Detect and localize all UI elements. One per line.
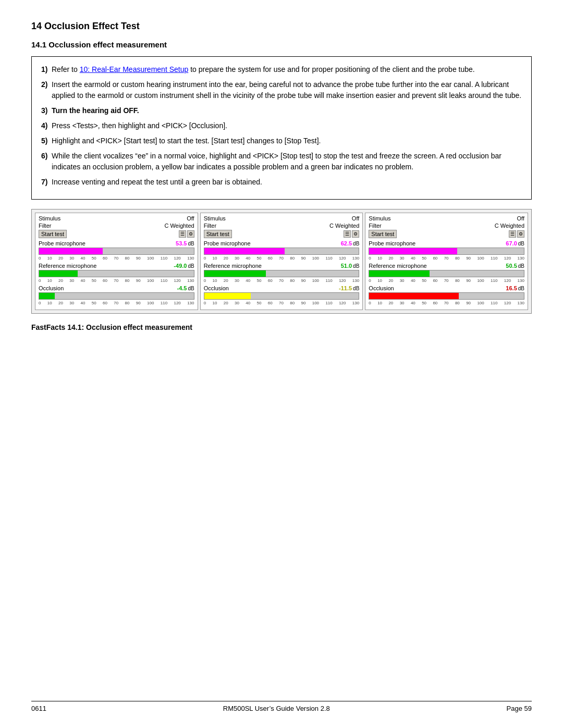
instruction-text-5: Highlight and <PICK> [Start test] to sta… (52, 137, 321, 145)
panel-1: Stimulus Off Filter C Weighted Start tes… (35, 213, 198, 310)
panel-1-occlusion-row: Occlusion -4.5dB (39, 285, 194, 291)
panel-2-occlusion-bar (204, 292, 360, 300)
panel-2-occlusion-label: Occlusion (204, 285, 229, 291)
panel-2-ref-value: 51.0 (341, 263, 352, 269)
instruction-text-7: Increase venting and repeat the test unt… (52, 178, 262, 186)
panel-2-occlusion-row: Occlusion -11.5dB (204, 285, 360, 291)
panel-1-ref-label: Reference microphone (39, 263, 96, 269)
instruction-num-3: 3) (41, 105, 47, 116)
panel-2-stimulus-value: Off (352, 215, 359, 221)
section-title: 14.1 Occlussion effect measurement (31, 40, 532, 49)
panel-2-probe-db: dB (353, 241, 359, 246)
footer-right: Page 59 (507, 705, 532, 712)
panel-1-occlusion-bar-fill (39, 293, 55, 299)
instruction-text-2: Insert the earmold or custom hearing ins… (52, 80, 521, 100)
instruction-link-1[interactable]: 10: Real-Ear Measurement Setup (80, 65, 189, 73)
panel-2-ref-label: Reference microphone (204, 263, 262, 269)
instruction-item-4: 4) Press <Tests>, then highlight and <PI… (41, 120, 522, 131)
panel-2-ref-bar (204, 270, 360, 277)
panel-3-occlusion-label: Occlusion (369, 285, 394, 291)
page-title: 14 Occlusion Effect Test (31, 21, 532, 32)
panel-3-start-test-row: Start test ☰ ⚙ (369, 230, 524, 238)
panel-3-ref-scale: 0102030405060708090100110120130 (369, 278, 524, 283)
panel-1-icon-group: ☰ ⚙ (179, 230, 194, 238)
panel-2-filter-label: Filter (204, 223, 216, 229)
footer-left: 0611 (31, 705, 46, 712)
panel-1-stimulus-label: Stimulus (39, 215, 60, 221)
panel-2-probe-bar-fill (204, 248, 285, 254)
panel-2-occlusion-db: dB (353, 286, 359, 291)
panel-1-filter-row: Filter C Weighted (39, 223, 194, 229)
instruction-text-4: Press <Tests>, then highlight and <PICK>… (52, 121, 227, 130)
panel-2-probe-label: Probe microphone (204, 240, 251, 246)
panel-1-stimulus-row: Stimulus Off (39, 215, 194, 221)
instructions-box: 1) Refer to 10: Real-Ear Measurement Set… (31, 56, 532, 200)
panel-1-ref-value: -49.0 (174, 263, 187, 269)
panel-2-probe-scale: 0102030405060708090100110120130 (204, 256, 360, 261)
panel-2-stimulus-row: Stimulus Off (204, 215, 360, 221)
panel-3-start-test-btn[interactable]: Start test (369, 230, 397, 238)
panel-3-probe-row: Probe microphone 67.0dB (369, 240, 524, 246)
panel-2-start-test-btn[interactable]: Start test (204, 230, 232, 238)
panel-2-probe-bar (204, 248, 360, 255)
panel-1-probe-scale: 0102030405060708090100110120130 (39, 256, 194, 261)
instruction-item-2: 2) Insert the earmold or custom hearing … (41, 79, 522, 101)
panel-2-occlusion-value: -11.5 (339, 285, 352, 291)
panel-3-occlusion-scale: 0102030405060708090100110120130 (369, 301, 524, 305)
panel-2-ref-db: dB (353, 263, 359, 269)
panel-1-settings-icon[interactable]: ⚙ (187, 230, 194, 238)
panel-3-filter-label: Filter (369, 223, 381, 229)
panel-3-ref-bar-fill (369, 270, 430, 277)
instruction-text-3: Turn the hearing aid OFF. (52, 106, 139, 115)
panel-2-stimulus-label: Stimulus (204, 215, 226, 221)
panel-3-probe-label: Probe microphone (369, 240, 415, 246)
panel-2-ref-row: Reference microphone 51.0dB (204, 263, 360, 269)
panel-2-occlusion-scale: 0102030405060708090100110120130 (204, 301, 360, 305)
instruction-text-6: While the client vocalizes “ee” in a nor… (52, 152, 501, 171)
panel-1-occlusion-scale: 0102030405060708090100110120130 (39, 301, 194, 305)
instruction-num-4: 4) (41, 120, 47, 131)
instruction-num-7: 7) (41, 177, 47, 188)
panel-3-settings-icon[interactable]: ⚙ (517, 230, 524, 238)
panel-1-probe-label: Probe microphone (39, 240, 85, 246)
footer: 0611 RM500SL User’s Guide Version 2.8 Pa… (31, 701, 532, 712)
panel-1-start-test-btn[interactable]: Start test (39, 230, 67, 238)
panel-1-stimulus-value: Off (187, 215, 194, 221)
panel-1-ref-bar-fill (39, 270, 78, 277)
instruction-item-5: 5) Highlight and <PICK> [Start test] to … (41, 135, 522, 146)
panel-3-ref-label: Reference microphone (369, 263, 426, 269)
panel-3-occlusion-row: Occlusion 16.5dB (369, 285, 524, 291)
panel-1-occlusion-db: dB (188, 286, 194, 291)
panel-1-menu-icon[interactable]: ☰ (179, 230, 186, 238)
panel-1-start-test-row: Start test ☰ ⚙ (39, 230, 194, 238)
panel-3-filter-row: Filter C Weighted (369, 223, 524, 229)
panel-2-settings-icon[interactable]: ⚙ (352, 230, 359, 238)
panel-3-probe-value: 67.0 (506, 240, 517, 246)
panel-2-start-test-row: Start test ☰ ⚙ (204, 230, 360, 238)
panel-2-probe-value: 62.5 (341, 240, 352, 246)
panel-3-stimulus-row: Stimulus Off (369, 215, 524, 221)
panel-2-filter-value: C Weighted (329, 223, 359, 229)
panel-3-probe-bar-fill (369, 248, 457, 254)
panel-2-occlusion-bar-fill (204, 293, 251, 299)
footer-center: RM500SL User’s Guide Version 2.8 (223, 705, 330, 712)
panel-3-occlusion-bar-fill (369, 293, 459, 299)
panel-1-filter-value: C Weighted (164, 223, 194, 229)
panel-3: Stimulus Off Filter C Weighted Start tes… (365, 213, 528, 310)
panel-2-menu-icon[interactable]: ☰ (344, 230, 351, 238)
instruction-item-3: 3) Turn the hearing aid OFF. (41, 105, 522, 116)
panel-3-probe-db: dB (518, 241, 524, 246)
panel-3-ref-bar (369, 270, 524, 277)
instructions-list: 1) Refer to 10: Real-Ear Measurement Set… (41, 64, 522, 188)
panel-2-icon-group: ☰ ⚙ (344, 230, 359, 238)
panel-1-occlusion-label: Occlusion (39, 285, 64, 291)
panel-2: Stimulus Off Filter C Weighted Start tes… (200, 213, 363, 310)
panel-3-stimulus-label: Stimulus (369, 215, 390, 221)
panel-3-filter-value: C Weighted (495, 223, 524, 229)
panel-1-ref-row: Reference microphone -49.0dB (39, 263, 194, 269)
instruction-num-5: 5) (41, 135, 47, 146)
panel-3-stimulus-value: Off (517, 215, 524, 221)
panel-3-menu-icon[interactable]: ☰ (509, 230, 516, 238)
instruction-num-6: 6) (41, 151, 47, 162)
panel-3-icon-group: ☰ ⚙ (509, 230, 524, 238)
